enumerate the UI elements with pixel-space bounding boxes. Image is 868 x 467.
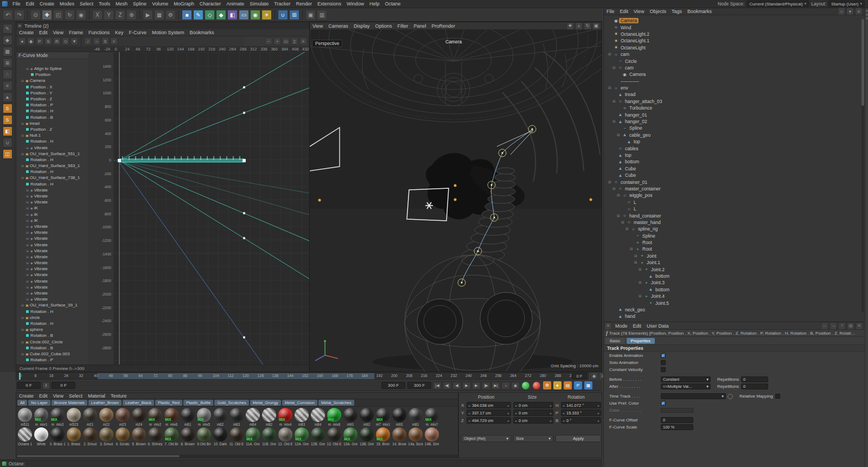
object-row[interactable]: ▲tread [604,91,865,98]
object-row[interactable]: ☀OctaneLight.2✓▤ [604,31,865,37]
material-thumbnail[interactable]: MIX [164,408,178,422]
expander-icon[interactable]: ⊟ [21,316,25,319]
mirror-palette-icon[interactable]: ◫ [3,149,12,159]
expander-icon[interactable]: ⊟ [634,254,639,258]
material-layer-tab-leather-black[interactable]: Leather_Black [123,400,154,406]
material-item[interactable]: m93 [391,407,407,426]
material-item[interactable]: MIX13A. Gre [342,426,359,446]
viewport-menu-prorender[interactable]: ProRender [429,23,458,29]
main-menu-spline[interactable]: Spline [130,1,149,7]
object-row[interactable]: ◉Camera [604,71,865,78]
object-row[interactable]: ≈Wind [604,24,865,30]
object-row[interactable]: ▲top [604,138,865,145]
render-queue-button[interactable]: ▤ [564,381,572,389]
material-item[interactable]: 4. Scratc [114,426,131,446]
document-start-field[interactable]: 300 F [381,382,405,389]
material-item[interactable]: MIXm_mix7 [424,407,440,426]
expander-icon[interactable]: ⊟ [26,206,30,210]
move-tool[interactable]: ✚ [42,10,52,20]
material-thumbnail[interactable] [229,408,244,422]
record-button[interactable]: ● [501,382,510,389]
expander-icon[interactable]: ⊟ [608,52,613,56]
am-tab-mode[interactable]: Mode [612,323,630,329]
range-start-field[interactable]: 0 F [52,382,75,389]
apply-button[interactable]: Apply [556,435,601,442]
expander-icon[interactable]: ⊟ [608,180,613,184]
material-layer-tab-gold-scratches[interactable]: Gold_Scratches [214,400,248,406]
tl-scale-key-icon[interactable]: S [44,37,52,45]
material-thumbnail[interactable] [262,408,276,422]
fcurve-mode-header[interactable]: F-Curve Mode [16,52,88,59]
tl-spline-interp-icon[interactable]: S [101,37,109,45]
object-row[interactable]: ○L [604,206,865,212]
object-row[interactable]: ⊟○container_01 [604,178,865,185]
expander-icon[interactable]: ⊟ [26,236,30,240]
expander-icon[interactable]: ⊟ [21,303,25,307]
expander-icon[interactable]: ⊟ [26,67,30,71]
material-thumbnail[interactable]: MIX [376,408,390,422]
material-item[interactable]: Octane 1 [17,426,33,446]
model-mode-icon[interactable]: ◆ [3,35,12,45]
material-menu-select[interactable]: Select [66,393,85,399]
goto-prev-key-button[interactable]: ◀| [443,382,451,389]
expander-icon[interactable]: ⊟ [26,231,30,234]
material-thumbnail[interactable]: MIX [327,408,341,422]
object-row[interactable]: ⊟+Joint.2 [604,266,865,272]
snap-palette-icon[interactable]: ∪ [3,138,12,148]
timeline-menu-bookmarks[interactable]: Bookmarks [187,30,217,35]
object-row[interactable]: ~Circle [604,57,865,64]
material-thumbnail[interactable] [295,408,309,422]
position-y-field[interactable]: ◂337.17 cm▸ [467,410,511,416]
material-thumbnail[interactable] [392,427,406,442]
fcurve-graph-area[interactable] [114,52,310,365]
add-camera-object-button[interactable]: ◉ [250,10,260,20]
object-row[interactable]: ⊟○master_container▤ [604,185,865,192]
object-row[interactable]: ⊟○env [604,85,865,91]
timeline-menu-key[interactable]: Key [112,30,126,35]
material-thumbnail[interactable]: MIX [164,427,178,442]
expander-icon[interactable]: ⊟ [26,285,30,289]
object-row[interactable]: ▲bottom [604,273,865,279]
material-item[interactable]: 11. Old E [228,426,245,446]
expander-icon[interactable]: ⊟ [26,291,30,295]
main-menu-tracker[interactable]: Tracker [271,1,293,7]
material-thumbnail[interactable]: MIX [246,427,260,442]
repetitions-after-field[interactable]: 0 [741,383,768,389]
material-thumbnail[interactable] [132,427,146,442]
x-axis-lock[interactable]: X [92,10,103,20]
am-tab-edit[interactable]: Edit [630,323,644,329]
material-item[interactable]: 3. Smud [98,426,114,446]
object-row[interactable]: ⊟○cam~ [604,65,865,71]
om-menu-view[interactable]: View [631,9,647,14]
material-thumbnail[interactable] [409,427,423,442]
expander-icon[interactable]: ⊟ [617,214,622,218]
tl-zoom-in-icon[interactable]: + [273,37,281,45]
material-thumbnail[interactable] [83,408,97,422]
add-mograph-object-button[interactable]: ◆ [216,10,226,20]
object-row[interactable]: ------------ [604,78,865,85]
size-field-1[interactable]: ◂0 cm▸ [513,402,553,408]
material-item[interactable]: MIX12A. Gre [293,426,310,446]
goto-start-button[interactable]: |◀ [433,382,442,389]
om-menu-edit[interactable]: Edit [617,9,631,14]
object-manager-scrollbar[interactable] [861,19,864,312]
fcurve-offset-field[interactable]: 0 [661,417,693,423]
am-history-forward-icon[interactable]: → [829,322,837,330]
render-view-sphere-button[interactable] [522,382,529,389]
expander-icon[interactable]: ⊟ [21,340,25,344]
am-tab-user-data[interactable]: User Data [644,323,672,329]
render-pv-sphere-button[interactable] [533,382,540,389]
main-menu-edit[interactable]: Edit [23,1,37,7]
expander-icon[interactable]: ⊟ [26,213,30,216]
object-row[interactable]: ⊟+JointIK [604,253,865,259]
material-thumbnail[interactable] [181,427,195,442]
material-thumbnail[interactable] [34,427,48,442]
material-item[interactable]: 2. Smud [82,426,98,446]
material-thumbnail[interactable] [67,408,81,422]
material-menu-edit[interactable]: Edit [36,393,50,399]
main-menu-help[interactable]: Help [367,1,382,7]
material-thumbnail[interactable] [213,427,227,442]
object-row[interactable]: ○cables [604,145,865,151]
material-thumbnail[interactable] [132,408,146,422]
main-menu-modes[interactable]: Modes [57,1,77,7]
